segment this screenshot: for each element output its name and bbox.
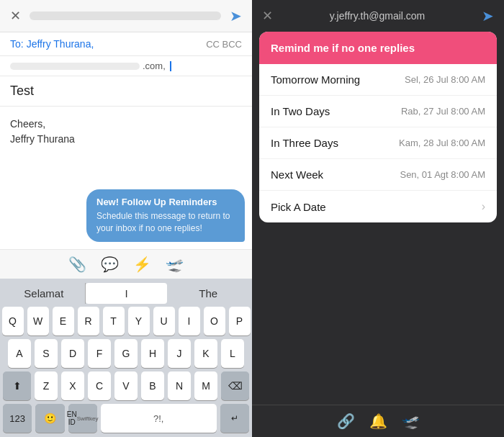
remind-card-header: Remind me if no one replies bbox=[259, 32, 497, 64]
suggestion-selamat[interactable]: Selamat bbox=[3, 283, 86, 304]
key-n[interactable]: N bbox=[168, 371, 191, 400]
key-l[interactable]: L bbox=[221, 339, 244, 368]
remind-option-time-3: Sen, 01 Agt 8:00 AM bbox=[400, 169, 485, 180]
remind-option-next-week[interactable]: Next Week Sen, 01 Agt 8:00 AM bbox=[259, 159, 497, 191]
shift-key[interactable]: ⬆ bbox=[3, 371, 31, 400]
follow-up-bubble[interactable]: New! Follow Up Reminders Schedule this m… bbox=[86, 189, 245, 242]
bubble-text: Schedule this message to return to your … bbox=[96, 210, 235, 235]
key-e[interactable]: E bbox=[53, 307, 74, 335]
numbers-key[interactable]: 123 bbox=[3, 404, 32, 433]
keyboard-row-3: ⬆ Z X C V B N M ⌫ bbox=[3, 371, 249, 400]
from-address-blurred bbox=[10, 63, 140, 70]
key-h[interactable]: H bbox=[141, 339, 164, 368]
right-email-address: y.jeffry.th@gmail.com bbox=[330, 10, 425, 22]
header-title-blurred bbox=[30, 12, 221, 20]
remind-option-time-0: Sel, 26 Jul 8:00 AM bbox=[405, 74, 485, 85]
lightning-icon[interactable]: ⚡ bbox=[133, 256, 151, 273]
key-j[interactable]: J bbox=[168, 339, 191, 368]
right-send-icon[interactable]: ➤ bbox=[482, 7, 494, 24]
attachment-icon[interactable]: 📎 bbox=[68, 256, 86, 273]
send-schedule-icon[interactable]: 🛫 bbox=[166, 256, 184, 273]
key-g[interactable]: G bbox=[114, 339, 138, 368]
right-send-toolbar-icon[interactable]: 🛫 bbox=[402, 413, 420, 430]
key-w[interactable]: W bbox=[27, 307, 49, 335]
remind-card: Remind me if no one replies Tomorrow Mor… bbox=[259, 32, 497, 222]
chat-icon[interactable]: 💬 bbox=[101, 256, 119, 273]
remind-option-label-4: Pick A Date bbox=[271, 201, 326, 213]
keyboard: Selamat I The Q W E R T Y U I O P A S D … bbox=[0, 279, 252, 437]
subject-field[interactable]: Test bbox=[0, 76, 252, 107]
key-m[interactable]: M bbox=[194, 371, 217, 400]
key-a[interactable]: A bbox=[8, 339, 31, 368]
remind-option-pick-date[interactable]: Pick A Date › bbox=[259, 191, 497, 222]
emoji-key[interactable]: 🙂 bbox=[35, 404, 64, 433]
return-key[interactable]: ↵ bbox=[220, 404, 249, 433]
suggestion-center[interactable]: I bbox=[86, 283, 168, 304]
remind-title: Remind me if no one replies bbox=[271, 42, 485, 54]
remind-option-label-2: In Three Days bbox=[271, 137, 338, 149]
right-panel: ✕ y.jeffry.th@gmail.com ➤ Remind me if n… bbox=[252, 0, 504, 437]
keyboard-suggestions: Selamat I The bbox=[3, 283, 249, 304]
keyboard-bottom-row: 123 🙂 EN ID Swiftkey ?!, ↵ bbox=[3, 404, 249, 433]
key-o[interactable]: O bbox=[204, 307, 225, 335]
right-toolbar: 🔗 🔔 🛫 bbox=[252, 405, 504, 437]
remind-option-tomorrow[interactable]: Tomorrow Morning Sel, 26 Jul 8:00 AM bbox=[259, 64, 497, 96]
suggestion-the[interactable]: The bbox=[167, 283, 249, 304]
key-v[interactable]: V bbox=[114, 371, 138, 400]
key-q[interactable]: Q bbox=[2, 307, 24, 335]
compose-toolbar: 📎 💬 ⚡ 🛫 bbox=[0, 249, 252, 279]
from-row: .com, bbox=[0, 56, 252, 76]
remind-option-time-2: Kam, 28 Jul 8:00 AM bbox=[399, 138, 485, 148]
right-close-icon[interactable]: ✕ bbox=[262, 8, 273, 24]
key-z[interactable]: Z bbox=[35, 371, 58, 400]
cc-bcc-button[interactable]: CC BCC bbox=[206, 39, 242, 50]
key-u[interactable]: U bbox=[153, 307, 175, 335]
key-y[interactable]: Y bbox=[128, 307, 150, 335]
key-c[interactable]: C bbox=[88, 371, 111, 400]
left-header: ✕ ➤ bbox=[0, 0, 252, 32]
backspace-key[interactable]: ⌫ bbox=[221, 371, 249, 400]
remind-option-label-3: Next Week bbox=[271, 168, 323, 181]
key-b[interactable]: B bbox=[141, 371, 164, 400]
keyboard-row-1: Q W E R T Y U I O P bbox=[3, 307, 249, 335]
send-icon[interactable]: ➤ bbox=[230, 7, 242, 24]
email-body[interactable]: Cheers, Jeffry Thurana New! Follow Up Re… bbox=[0, 107, 252, 249]
remind-option-two-days[interactable]: In Two Days Rab, 27 Jul 8:00 AM bbox=[259, 96, 497, 127]
lang-key[interactable]: EN ID Swiftkey bbox=[68, 404, 97, 433]
right-header: ✕ y.jeffry.th@gmail.com ➤ bbox=[252, 0, 504, 32]
key-d[interactable]: D bbox=[61, 339, 84, 368]
key-i[interactable]: I bbox=[179, 307, 200, 335]
key-s[interactable]: S bbox=[35, 339, 58, 368]
remind-option-time-1: Rab, 27 Jul 8:00 AM bbox=[401, 106, 485, 117]
remind-option-label-0: Tomorrow Morning bbox=[271, 73, 360, 86]
left-panel: ✕ ➤ To: Jeffry Thurana, CC BCC .com, Tes… bbox=[0, 0, 252, 437]
chevron-right-icon: › bbox=[482, 200, 485, 213]
body-text: Cheers, Jeffry Thurana bbox=[10, 117, 242, 147]
remind-option-label-1: In Two Days bbox=[271, 105, 330, 117]
to-label: To: bbox=[10, 38, 24, 50]
close-icon[interactable]: ✕ bbox=[10, 8, 21, 24]
key-x[interactable]: X bbox=[61, 371, 84, 400]
to-row: To: Jeffry Thurana, CC BCC bbox=[0, 32, 252, 56]
key-k[interactable]: K bbox=[194, 339, 217, 368]
key-p[interactable]: P bbox=[229, 307, 251, 335]
space-key[interactable]: ?!, bbox=[101, 404, 217, 433]
key-t[interactable]: T bbox=[103, 307, 125, 335]
right-bell-icon[interactable]: 🔔 bbox=[369, 413, 387, 430]
key-f[interactable]: F bbox=[88, 339, 111, 368]
remind-option-three-days[interactable]: In Three Days Kam, 28 Jul 8:00 AM bbox=[259, 127, 497, 159]
keyboard-row-2: A S D F G H J K L bbox=[3, 339, 249, 368]
bubble-title: New! Follow Up Reminders bbox=[96, 197, 235, 207]
text-cursor bbox=[170, 61, 171, 71]
right-link-icon[interactable]: 🔗 bbox=[337, 413, 355, 430]
key-r[interactable]: R bbox=[78, 307, 99, 335]
to-value: Jeffry Thurana, bbox=[27, 38, 206, 50]
